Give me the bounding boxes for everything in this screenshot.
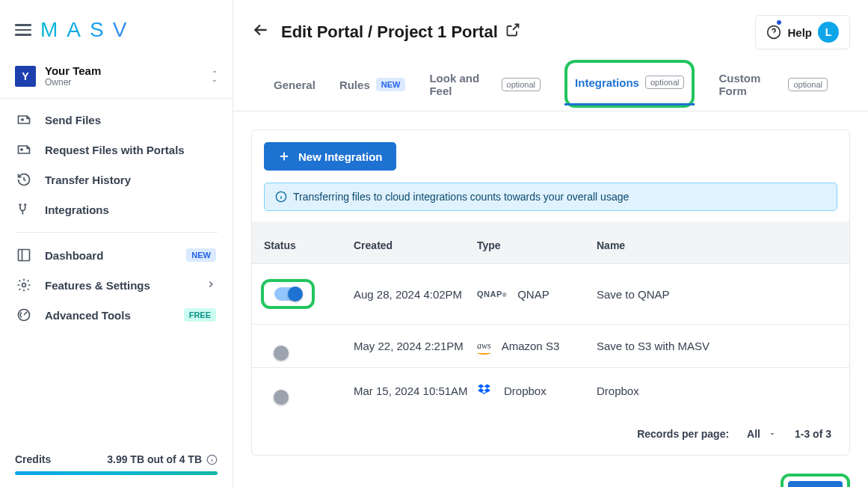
nav-label: Advanced Tools <box>45 309 131 322</box>
pagination-range: 1-3 of 3 <box>795 428 831 440</box>
name-cell: Dropbox <box>597 385 837 397</box>
nav-label: Transfer History <box>45 174 131 186</box>
table-row: Mar 15, 2024 10:51AM Dropbox Dropbox <box>252 367 849 413</box>
col-name: Name <box>597 239 837 251</box>
optional-badge: optional <box>502 78 541 91</box>
created-cell: Aug 28, 2024 4:02PM <box>354 288 477 301</box>
team-avatar: Y <box>15 66 36 87</box>
dashboard-icon <box>16 248 31 263</box>
free-badge: FREE <box>184 308 216 322</box>
chevron-down-icon <box>768 429 777 438</box>
help-button[interactable]: Help L <box>755 15 850 49</box>
svg-point-1 <box>22 284 26 287</box>
table-row: Aug 28, 2024 4:02PM QNAP® QNAP Save to Q… <box>252 263 849 324</box>
sidebar-footer: Credits 3.99 TB out of 4 TB <box>0 441 233 487</box>
nav-label: Send Files <box>45 114 101 126</box>
new-badge: NEW <box>376 78 406 91</box>
tab-rules[interactable]: RulesNEW <box>339 61 406 111</box>
records-per-page-select[interactable]: All <box>747 428 777 440</box>
new-badge: NEW <box>186 248 216 262</box>
credits-progress <box>15 471 218 475</box>
chevron-up-down-icon: ⌃⌃ <box>212 71 218 82</box>
gauge-icon <box>16 307 31 322</box>
qnap-logo-icon: QNAP® <box>477 290 507 298</box>
created-cell: May 22, 2024 2:21PM <box>354 340 477 352</box>
team-role: Owner <box>45 77 203 88</box>
optional-badge: optional <box>788 78 828 91</box>
nav-advanced-tools[interactable]: Advanced Tools FREE <box>6 300 227 330</box>
back-button[interactable] <box>251 20 271 45</box>
nav-features-settings[interactable]: Features & Settings <box>6 270 227 300</box>
external-link-icon[interactable] <box>505 22 520 42</box>
status-toggle[interactable] <box>274 287 301 301</box>
tabs: General RulesNEW Look and Feeloptional I… <box>233 61 868 111</box>
credits-label: Credits <box>15 453 51 465</box>
records-per-page-label: Records per page: <box>637 428 729 440</box>
nav-label: Request Files with Portals <box>45 144 185 156</box>
name-cell: Save to S3 with MASV <box>597 340 837 352</box>
tab-custom-form[interactable]: Custom Formoptional <box>718 61 828 111</box>
table-footer: Records per page: All 1-3 of 3 <box>252 413 849 455</box>
nav-label: Integrations <box>45 203 109 216</box>
tab-look-and-feel[interactable]: Look and Feeloptional <box>429 61 541 111</box>
tab-integrations[interactable]: Integrationsoptional <box>564 60 695 108</box>
tab-general[interactable]: General <box>274 61 316 111</box>
menu-icon[interactable] <box>15 24 31 36</box>
integrations-icon <box>16 202 31 217</box>
nav: Send Files Request Files with Portals Tr… <box>0 105 233 330</box>
user-avatar[interactable]: L <box>818 22 839 43</box>
info-banner: Transferring files to cloud integrations… <box>264 183 837 211</box>
team-switcher[interactable]: Y Your Team Owner ⌃⌃ <box>0 57 233 99</box>
new-integration-button[interactable]: New Integration <box>264 142 396 171</box>
info-icon <box>275 191 287 203</box>
col-type: Type <box>477 239 597 251</box>
help-label: Help <box>787 26 812 39</box>
svg-rect-0 <box>19 250 30 261</box>
name-cell: Save to QNAP <box>597 288 837 301</box>
sidebar: MASV Y Your Team Owner ⌃⌃ Send Files Req… <box>0 0 233 487</box>
main: Edit Portal / Project 1 Portal Help L Ge… <box>233 0 868 487</box>
nav-request-files[interactable]: Request Files with Portals <box>6 135 227 165</box>
question-icon <box>766 25 781 40</box>
nav-send-files[interactable]: Send Files <box>6 105 227 135</box>
nav-transfer-history[interactable]: Transfer History <box>6 165 227 195</box>
integrations-card: New Integration Transferring files to cl… <box>251 129 850 456</box>
type-name: QNAP <box>517 288 550 301</box>
logo: MASV <box>40 18 135 42</box>
plus-icon <box>277 150 291 163</box>
aws-logo-icon: aws <box>477 340 491 352</box>
info-text: Transferring files to cloud integrations… <box>293 191 629 203</box>
credits-value: 3.99 TB out of 4 TB <box>107 453 202 465</box>
history-icon <box>16 172 31 187</box>
chevron-right-icon <box>206 279 216 292</box>
table-head: Status Created Type Name <box>252 221 849 263</box>
dropbox-logo-icon <box>477 383 493 398</box>
gear-icon <box>16 278 31 292</box>
col-created: Created <box>354 239 477 251</box>
optional-badge: optional <box>645 76 685 89</box>
nav-label: Dashboard <box>45 249 103 262</box>
nav-label: Features & Settings <box>45 279 150 292</box>
send-icon <box>16 112 31 127</box>
type-name: Amazon S3 <box>502 340 560 352</box>
info-icon[interactable] <box>206 454 218 465</box>
save-button[interactable]: Save <box>788 481 843 487</box>
type-name: Dropbox <box>504 385 547 397</box>
table-row: May 22, 2024 2:21PM aws Amazon S3 Save t… <box>252 324 849 367</box>
page-title: Edit Portal / Project 1 Portal <box>281 22 520 42</box>
topbar: Edit Portal / Project 1 Portal Help L <box>233 0 868 61</box>
team-name: Your Team <box>45 64 203 77</box>
created-cell: Mar 15, 2024 10:51AM <box>354 385 477 397</box>
nav-dashboard[interactable]: Dashboard NEW <box>6 240 227 270</box>
footer-actions: Cancel Save <box>233 474 868 487</box>
nav-integrations[interactable]: Integrations <box>6 195 227 224</box>
inbox-icon <box>16 142 31 157</box>
col-status: Status <box>264 239 354 251</box>
